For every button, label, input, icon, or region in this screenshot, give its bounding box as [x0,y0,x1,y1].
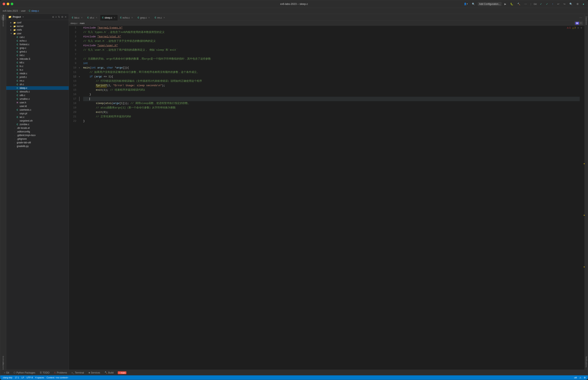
tree-item-grep[interactable]: C grep.c [6,46,69,50]
tree-item-wc[interactable]: C wc.c [6,115,69,119]
color-button[interactable]: ● [582,2,585,6]
debug-button[interactable]: 🐛 [509,2,514,6]
sidebar-tab-structure[interactable]: Structure [1,364,6,368]
editor-content[interactable]: ⚠ 1 △ 3 ∧ ∨ 1 2 3 4 5 6 7 8 9 10 [69,26,585,370]
bottom-tab-services[interactable]: ◈ Services [86,371,102,375]
code-area[interactable]: #include "kernel/types.h" // 引入`types.h`… [81,26,582,370]
tree-item-echo[interactable]: C echo.c [6,39,69,43]
tree-item-initcode[interactable]: S initcode.S [6,57,69,61]
undo-button[interactable]: ↩ [556,2,561,6]
tree-item-gitignore[interactable]: · .gitignore [6,137,69,141]
status-encoding[interactable]: UTF-8 [26,376,33,379]
tree-item-forktest[interactable]: C forktest.c [6,43,69,46]
sort-icon[interactable]: ⇅ [58,16,60,18]
tab-close-rm[interactable]: ✕ [163,16,165,19]
vcs-button[interactable]: 👤▾ [463,2,469,6]
tree-item-editorconfig[interactable]: · .editorconfig [6,130,69,133]
tab-close-grep[interactable]: ✕ [148,16,150,19]
tab-close-bio[interactable]: ✕ [81,16,83,19]
git-check2-button[interactable]: ✓ [545,2,549,6]
search-everywhere-button[interactable]: 🔍 [471,2,476,6]
tab-more-button[interactable]: ⋯ [578,15,584,20]
status-position[interactable]: 17:1 [15,376,19,379]
tab-grep[interactable]: C grep.c ✕ [135,15,153,20]
tree-item-rm[interactable]: C rm.c [6,79,69,83]
tree-item-printf[interactable]: C printf.c [6,75,69,79]
tree-item-grade-lab[interactable]: · grade-lab-util [6,141,69,144]
tree-item-mkfs[interactable]: ▶ 📁 mkfs [6,28,69,32]
locate-file-icon[interactable]: ⊕ [52,16,54,18]
tree-item-stressfs[interactable]: C stressfs.c [6,90,69,94]
minimize-button[interactable] [7,3,9,5]
build-button[interactable]: 🔨 [516,2,522,6]
bottom-tab-git[interactable]: ⑂ Git [2,371,11,375]
tree-item-gdbinit[interactable]: · .gdbinit.tmpl-riscv [6,133,69,137]
tree-item-mkdir[interactable]: C mkdir.c [6,72,69,75]
bottom-tab-problems[interactable]: ⚠ Problems [52,371,69,375]
tree-item-ulib[interactable]: C ulib.c [6,94,69,97]
tree-item-user-ld[interactable]: · user.ld [6,104,69,108]
git-check-button[interactable]: ✓ [539,2,543,6]
close-button[interactable] [3,3,5,5]
tab-sh[interactable]: C sh.c ✕ [85,15,100,20]
tab-echo[interactable]: C echo.c ✕ [118,15,135,20]
breadcrumb-file[interactable]: C sleep.c [29,9,39,12]
tab-close-echo[interactable]: ✕ [131,16,133,19]
tree-item-zombie[interactable]: C zombie.c [6,123,69,126]
right-tab-database[interactable]: Database [585,15,588,27]
tree-item-grind[interactable]: C grind.c [6,50,69,54]
close-panel-icon[interactable]: ✕ [65,16,67,18]
tab-bio[interactable]: C bio.c ✕ [70,15,85,20]
tree-item-xargstest[interactable]: · xargstest.sh [6,119,69,123]
maximize-button[interactable] [11,3,13,5]
breadcrumb-folder[interactable]: user [21,9,26,12]
tree-item-cat[interactable]: C cat.c [6,35,69,39]
bottom-tab-python[interactable]: ⬡ Python Packages [12,371,37,375]
file-tree: ▶ 📁 conf ▶ 📁 kernel ▶ 📁 mkfs [6,20,69,370]
redo-button[interactable]: ↪ [562,2,567,6]
status-indent[interactable]: 4 spaces [35,376,44,379]
right-tab-notifications[interactable]: Notifications [585,355,588,369]
tree-item-sh[interactable]: C sh.c [6,83,69,86]
more-tools-button[interactable]: ⋯ [523,2,528,6]
search-button[interactable]: 🔍 [568,2,574,6]
tree-item-ln[interactable]: C ln.c [6,64,69,68]
tab-close-sh[interactable]: ✕ [95,16,98,19]
sidebar-tab-commit[interactable]: Commit [1,21,6,26]
tree-item-conf[interactable]: ▶ 📁 conf [6,21,69,24]
git-label: Git: [534,3,537,5]
tree-item-usys[interactable]: · usys.pl [6,112,69,115]
tree-item-gradelib[interactable]: · gradelib.py [6,144,69,148]
collapse-icon[interactable]: ∨ [581,26,582,29]
git-push-button[interactable]: ↑ [551,2,554,6]
bottom-tab-terminal[interactable]: >_ Terminal [70,371,86,375]
settings-icon[interactable]: ⚙ [61,16,63,18]
tree-item-init[interactable]: C init.c [6,54,69,57]
collapse-all-icon[interactable]: ≡ [55,16,57,18]
tree-item-kernel[interactable]: ▶ 📁 kernel [6,24,69,28]
sidebar-tab-bookmarks[interactable]: Bookmarks [1,358,6,363]
tree-item-usertests[interactable]: C usertests.c [6,108,69,112]
tree-item-user-folder[interactable]: ▼ 📁 user [6,32,69,35]
expand-icon[interactable]: ∧ [577,26,579,29]
add-config-button[interactable]: Add Configuration... [478,2,502,6]
breadcrumb-project[interactable]: xv6-labs-2023 [3,9,18,12]
tree-item-sleep[interactable]: C sleep.c [6,86,69,90]
tree-item-ls[interactable]: C ls.c [6,68,69,72]
corner-close-icon[interactable]: ✕ [580,22,582,24]
bottom-tab-build[interactable]: 🔨 Build [103,371,116,375]
tree-item-dir-locals[interactable]: · .dir-locals.el [6,126,69,130]
run-button[interactable]: ▶ [503,2,507,6]
sidebar-tab-project[interactable]: Project [1,15,6,20]
settings-button[interactable]: ⚙ [575,2,580,6]
tree-item-umalloc[interactable]: C umalloc.c [6,97,69,101]
scrollbar[interactable] [582,26,585,370]
tab-sleep[interactable]: C sleep.c ✕ [100,15,118,20]
status-line-ending[interactable]: LF [22,376,24,379]
tab-rm[interactable]: C rm.c ✕ [152,15,168,20]
code-line-1: #include "kernel/types.h" [83,26,580,30]
tree-item-user-h[interactable]: H user.h [6,101,69,104]
tab-close-sleep[interactable]: ✕ [113,16,116,19]
bottom-tab-todo[interactable]: ☰ TODO [38,371,52,375]
tree-item-kill[interactable]: C kill.c [6,61,69,64]
